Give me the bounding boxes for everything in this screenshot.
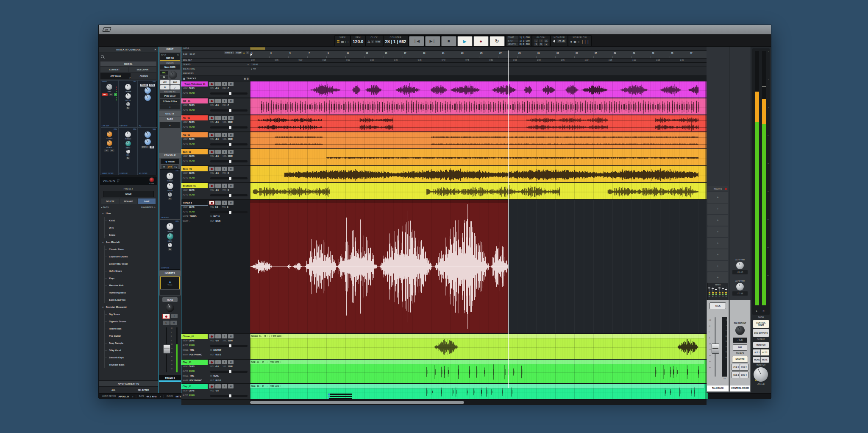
preset-item[interactable]: Gigantic Drums xyxy=(99,318,158,325)
track-pan-slider[interactable] xyxy=(210,92,248,95)
track-volume[interactable]: VOL-2.6 100L100R xyxy=(210,155,233,157)
track-s-button[interactable]: S xyxy=(222,334,227,338)
send-slot[interactable]: C4 xyxy=(725,287,727,297)
add-record-fx-button[interactable]: + xyxy=(160,104,180,109)
tab-sidechain[interactable]: SIDECHAIN xyxy=(129,67,157,72)
stop-value[interactable]: 1 | 1 | 000 xyxy=(520,39,530,42)
gate-release-knob[interactable] xyxy=(168,193,172,197)
pad-button[interactable]: PAD xyxy=(170,80,180,84)
track-lane[interactable] xyxy=(250,166,707,182)
input-value[interactable]: MIC 18 xyxy=(161,57,179,59)
track-pan-slider[interactable] xyxy=(210,194,248,196)
tempo-lane[interactable]: 120.00 xyxy=(250,63,707,67)
highpass-filter-button[interactable]: ／ xyxy=(170,85,180,89)
plugin-module-eq[interactable]: 550LPROGMTYPEEQ xyxy=(138,80,157,128)
apply-all-button[interactable]: ALL xyxy=(99,387,128,393)
track-automation[interactable]: AUTOREAD xyxy=(183,92,195,94)
preset-item[interactable]: Pop Guitar xyxy=(99,332,158,339)
track-lane[interactable] xyxy=(250,183,707,199)
gate-exp-module[interactable]: 235L THRESH DEPTH DL GATE/EXP xyxy=(160,169,180,219)
track-i-button[interactable]: I xyxy=(215,167,221,171)
monitor-db[interactable]: -75 dB xyxy=(556,39,566,43)
cue-button-2[interactable]: CUE 2 xyxy=(740,364,748,371)
chip-sc[interactable]: SC xyxy=(104,149,109,152)
preset-item[interactable]: Massive Kick xyxy=(99,282,158,289)
track-name[interactable]: TRACK 5 xyxy=(181,200,208,205)
track-automation[interactable]: AUTOREAD xyxy=(183,126,195,128)
gate-dl-button[interactable]: DL xyxy=(168,198,172,200)
tape-header[interactable]: TAPE xyxy=(159,117,181,122)
strip-solo-button[interactable]: S xyxy=(163,321,170,325)
track-record-button[interactable] xyxy=(209,360,214,364)
track-m-button[interactable]: M xyxy=(228,82,234,86)
close-icon[interactable]: × xyxy=(154,47,156,51)
track-automation[interactable]: AUTOREAD xyxy=(183,160,195,162)
track-record-button[interactable] xyxy=(209,82,214,86)
bar-ruler[interactable]: 1357911131517192123252729313335373941434… xyxy=(250,51,707,58)
plugin-knob[interactable] xyxy=(145,131,151,138)
track-lane[interactable] xyxy=(250,81,707,98)
plugin-module-comp-lim[interactable]: 225LTHRESHRATIORELDLCOMP/LIM xyxy=(118,128,138,175)
click-section[interactable]: CLICK △ 1 0 dB xyxy=(366,36,382,46)
search-input[interactable] xyxy=(99,53,158,60)
send-slot[interactable]: C3 xyxy=(722,287,723,297)
track-name[interactable]: Bouzouki_01 xyxy=(181,183,208,188)
preset-item[interactable]: Big Snare xyxy=(99,310,158,318)
loop-row-label[interactable]: LOOP xyxy=(181,47,250,50)
alt1-trim-value[interactable]: -3.6 dB xyxy=(732,270,748,274)
plugin-module-line-amp[interactable]: VISIONGAINPADVU/LINE AMP xyxy=(100,80,118,128)
tab-in[interactable]: IN xyxy=(161,165,167,169)
record-button[interactable]: ● xyxy=(473,36,489,46)
chip-type[interactable]: TYPE xyxy=(149,84,155,87)
track-name[interactable]: Chimes_01 xyxy=(181,334,208,339)
input-select[interactable]: INPUTIN MIC 18 xyxy=(160,53,180,61)
track-automation[interactable]: AUTOREAD xyxy=(183,344,195,346)
preset-item[interactable]: Thunder Bass xyxy=(99,361,158,368)
titlebar[interactable]: UA xyxy=(99,25,771,34)
tags-toggle[interactable]: ▸ TAGS xyxy=(101,206,108,209)
rename-button[interactable]: RENAME xyxy=(120,198,137,204)
track-s-button[interactable]: S xyxy=(222,184,227,188)
track-header[interactable]: AC _01ISMVIEWCLIPSVOL-2.6 100L100RAUTORE… xyxy=(181,115,250,131)
apply-selected-button[interactable]: SELECTED xyxy=(129,387,159,393)
global-input-button[interactable]: I xyxy=(539,39,543,42)
workflow-record-icon[interactable]: ● xyxy=(570,40,572,44)
workflow-perform-icon[interactable]: ❘❘❘ xyxy=(581,40,590,44)
strip-fader[interactable]: 1050510152030405060 xyxy=(161,327,179,374)
in-button[interactable]: IN xyxy=(160,75,168,79)
track-automation[interactable]: AUTOREAD xyxy=(183,370,195,372)
track-m-button[interactable]: M xyxy=(228,360,234,364)
track-m-button[interactable]: M xyxy=(228,201,234,205)
strip-record-button[interactable] xyxy=(162,314,170,319)
sends-panel[interactable]: SENDS A1A2C1C2C3C4 xyxy=(707,283,728,301)
track-pan-slider[interactable] xyxy=(210,177,248,179)
strip-input-button[interactable]: I xyxy=(171,314,178,318)
track-pan-slider[interactable] xyxy=(210,160,248,162)
insert-slot-2[interactable] xyxy=(160,290,180,295)
talk-button[interactable]: TALK xyxy=(709,302,726,309)
track-header[interactable]: Bass _01ISMVIEWCLIPSVOL-2.6 PANCAUTOREAD xyxy=(181,166,250,182)
preset-select[interactable]: NONE xyxy=(103,191,154,197)
column-view-icon[interactable]: ▦ xyxy=(341,40,344,44)
track-automation[interactable]: AUTOREAD xyxy=(183,394,195,397)
bpm-value[interactable]: 120.0 xyxy=(353,39,363,45)
preset-item[interactable]: Satin Lead Vox xyxy=(99,296,158,303)
track-volume[interactable]: VOL-2.6 100L100R xyxy=(210,138,233,140)
comp-lim-module[interactable]: 225L THRESH RATIO DL COMP/LIM xyxy=(160,220,180,270)
preset-item[interactable]: Smooth Keys xyxy=(99,354,158,361)
track-record-button[interactable] xyxy=(209,384,214,388)
tab-current[interactable]: CURRENT xyxy=(100,67,128,72)
track-header[interactable]: TRACK 5ISMVIEWCLIPSVOL0.0 PANCAUTOREADMO… xyxy=(181,200,250,333)
track-s-button[interactable]: S xyxy=(222,360,227,364)
click-db[interactable]: 0 dB xyxy=(375,40,381,43)
track-automation[interactable]: AUTOREAD xyxy=(183,177,195,179)
snap-button[interactable]: SNAP xyxy=(235,51,242,54)
playhead[interactable] xyxy=(508,50,509,388)
grid-select[interactable]: GRID /4 ▾ xyxy=(224,51,234,54)
stop-button[interactable]: ■ xyxy=(441,36,456,46)
track-lane[interactable]: Clap _01Q↕0.00 semi xyxy=(250,360,707,383)
send-slot[interactable]: A2 xyxy=(712,287,714,297)
track-record-button[interactable] xyxy=(209,167,214,171)
fx-cvox-button[interactable]: C-Suite C-Vox xyxy=(160,99,180,104)
preset-item[interactable]: ∨Brendan Morawski xyxy=(99,303,158,310)
